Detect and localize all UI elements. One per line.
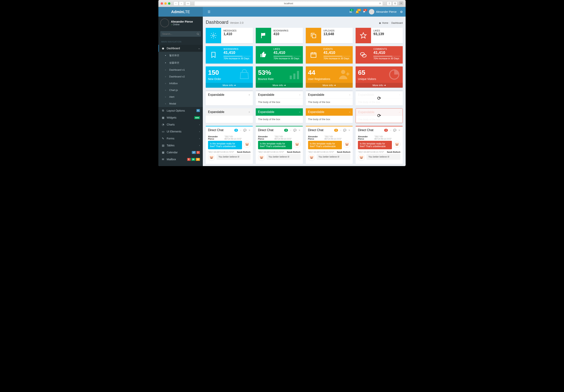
nav-sub-item[interactable]: ○Alert <box>158 94 203 100</box>
user-status[interactable]: Online <box>171 23 193 26</box>
badge: 4 <box>364 9 367 11</box>
nav-sub-item[interactable]: ○Chart.js <box>158 87 203 94</box>
calendar-icon <box>306 46 321 64</box>
avatar: 🐷 <box>343 141 350 148</box>
thumb-icon <box>256 46 271 64</box>
comments-icon[interactable]: 💬 <box>343 129 346 132</box>
more-info-link[interactable]: More info ➜ <box>206 83 253 88</box>
topbar-notifications[interactable]: 🔔2 <box>355 10 359 14</box>
box-title: Expandable <box>258 93 274 97</box>
topbar-flags[interactable]: ⚑4 <box>363 10 366 14</box>
gears-icon[interactable]: ⚙ <box>400 10 403 14</box>
more-info-link[interactable]: More info ➜ <box>306 83 353 88</box>
nav-widgets[interactable]: ▦ Widgets new <box>158 114 203 121</box>
close-button[interactable]: ✕ <box>398 129 400 132</box>
small-box: 53% Bounce Rate More info ➜ <box>256 66 303 88</box>
menu-toggle[interactable]: ☰ <box>206 8 212 16</box>
nav-layout-options[interactable]: ⧉ Layout Options 4 <box>158 107 203 114</box>
refresh-icon: ⟳ <box>377 113 381 118</box>
star-icon <box>356 28 371 43</box>
collapse-button[interactable]: − <box>240 129 241 132</box>
browser-back[interactable]: ‹ <box>173 1 179 6</box>
collapse-button[interactable]: − <box>299 111 300 113</box>
nav-mailbox[interactable]: ✉ Mailbox 5 16 12 <box>158 156 203 163</box>
collapse-button[interactable]: − <box>349 111 351 113</box>
brand-logo[interactable]: AdminLTE <box>158 7 203 17</box>
nav-sub-item[interactable]: ○Dashboard v1 <box>158 66 203 73</box>
chat-bubble: You better believe it! <box>267 154 300 160</box>
arrow-right-icon: ➜ <box>384 84 386 87</box>
collapse-button[interactable]: − <box>390 129 391 132</box>
nav-tables[interactable]: ▤ Tables ‹ <box>158 142 203 149</box>
info-box-value: 41,410 <box>273 50 300 55</box>
collapse-button[interactable]: − <box>349 94 351 96</box>
browser-sidebar-toggle[interactable]: ▭ <box>185 1 190 6</box>
nav-sub-item[interactable]: ○Dashboard v2 <box>158 73 203 80</box>
window-zoom[interactable] <box>168 2 170 5</box>
reload-icon[interactable]: ⟳ <box>379 2 381 5</box>
close-button[interactable]: ✕ <box>248 129 251 132</box>
browser-forward[interactable]: › <box>179 1 184 6</box>
new-tab[interactable]: + <box>399 1 403 5</box>
chat-badge: 3 <box>284 129 288 132</box>
close-button[interactable]: ✕ <box>348 129 350 132</box>
avatar: 🐷 <box>308 154 315 161</box>
tabs-icon[interactable]: ⧉ <box>393 1 397 6</box>
expand-button[interactable]: ＋ <box>248 110 251 114</box>
comments-icon[interactable]: 💬 <box>243 129 246 132</box>
window-close[interactable] <box>161 2 163 5</box>
chat-bubble: Is this template really for free? That's… <box>358 141 392 149</box>
topbar-messages[interactable]: ✉6 <box>349 10 352 14</box>
info-box-progress: COMMENTS 41,410 70% Increase in 30 Days <box>356 46 403 64</box>
nav-charts[interactable]: ◔ Charts ‹ <box>158 121 203 128</box>
comments-icon[interactable]: 💬 <box>293 129 296 132</box>
small-box: 44 User Registrations More info ➜ <box>306 66 353 88</box>
more-info-link[interactable]: More info ➜ <box>356 83 403 88</box>
nav-sub-item[interactable]: ○Modal <box>158 100 203 107</box>
close-button[interactable]: ✕ <box>298 129 300 132</box>
nav-sub-item[interactable]: ○InfoBox <box>158 80 203 87</box>
circle-icon: ● <box>164 55 167 56</box>
collapse-button[interactable]: − <box>299 94 300 96</box>
browser-url-bar[interactable]: localhost ⟳ <box>194 1 383 6</box>
topbar-user-menu[interactable]: Alexander Pierce <box>369 9 396 14</box>
collapse-button[interactable]: − <box>290 129 292 132</box>
window-minimize[interactable] <box>164 2 167 5</box>
box-title: Expandable <box>308 93 324 97</box>
more-info-link[interactable]: More info ➜ <box>256 83 303 88</box>
chat-bubble: You better believe it! <box>367 154 400 160</box>
comments-icon <box>356 46 371 64</box>
chat-badge: 3 <box>334 129 338 132</box>
nav-sub-item[interactable]: ●헬로화면 <box>158 52 203 59</box>
arrow-right-icon: ➜ <box>284 84 286 87</box>
info-box-label: MESSAGES <box>224 29 251 32</box>
collapse-button[interactable]: − <box>340 129 341 132</box>
page-subtitle: Version 2.0 <box>230 21 243 24</box>
nav-ui-elements[interactable]: ▭ UI Elements ‹ <box>158 128 203 135</box>
box-title: Expandable <box>258 110 274 114</box>
breadcrumb-home[interactable]: Home <box>382 22 388 24</box>
avatar: 🐷 <box>294 141 300 148</box>
expand-button[interactable]: ＋ <box>248 93 251 97</box>
circle-icon: ● <box>164 62 167 64</box>
info-box-progress: LIKES 41,410 70% Increase in 30 Days <box>256 46 303 64</box>
chat-sender: Sarah Bullock <box>287 151 300 153</box>
arrow-right-icon: ➜ <box>334 84 336 87</box>
nav-calendar[interactable]: ▦ Calendar 17 3 <box>158 149 203 156</box>
circle-icon: ○ <box>164 96 167 98</box>
search-button[interactable] <box>197 31 201 37</box>
small-box-value: 44 <box>308 69 351 76</box>
nav-dashboard[interactable]: ◉ Dashboard ⌄ <box>158 45 203 52</box>
share-icon[interactable]: ⇪ <box>387 1 392 6</box>
badge: 2 <box>357 9 361 11</box>
avatar[interactable] <box>160 18 169 27</box>
chat-time: "2017-03-06T14:49:13.727Z" <box>308 151 334 153</box>
nav-sub-item[interactable]: ●샘플화면 <box>158 59 203 66</box>
box-title: Expandable <box>208 93 225 97</box>
nav-forms[interactable]: ✎ Forms ‹ <box>158 135 203 142</box>
info-box-label: LIKES <box>273 48 300 50</box>
chat-sender: Sarah Bullock <box>387 151 400 153</box>
comments-icon[interactable]: 💬 <box>393 129 396 132</box>
search-input[interactable] <box>160 31 197 37</box>
info-box: UPLOADS 13,648 <box>306 28 353 43</box>
